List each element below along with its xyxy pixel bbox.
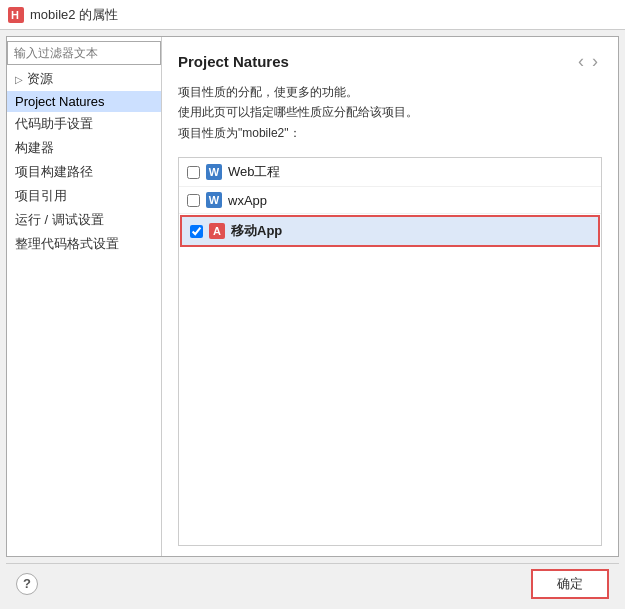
sidebar-tree: ▷ 资源 Project Natures 代码助手设置 构建器 项目构建路径 项… [7,67,161,556]
sidebar-item-project-ref[interactable]: 项目引用 [7,184,161,208]
nature-item-web[interactable]: W Web工程 [179,158,601,187]
title-bar: H mobile2 的属性 [0,0,625,30]
sidebar: ▷ 资源 Project Natures 代码助手设置 构建器 项目构建路径 项… [7,37,162,556]
nature-checkbox-wx[interactable] [187,194,200,207]
nature-icon-wx: W [206,192,222,208]
content-header: Project Natures ‹ › [178,51,602,72]
content-description: 项目性质的分配，使更多的功能。 使用此页可以指定哪些性质应分配给该项目。 项目性… [178,82,602,143]
nature-icon-mobile: A [209,223,225,239]
bottom-bar: ? 确定 [6,563,619,603]
help-button[interactable]: ? [16,573,38,595]
sidebar-item-code-assistant[interactable]: 代码助手设置 [7,112,161,136]
sidebar-item-build-path[interactable]: 项目构建路径 [7,160,161,184]
sidebar-item-run-debug[interactable]: 运行 / 调试设置 [7,208,161,232]
sidebar-item-code-format[interactable]: 整理代码格式设置 [7,232,161,256]
nature-label-mobile: 移动App [231,222,282,240]
sidebar-item-builder[interactable]: 构建器 [7,136,161,160]
filter-input[interactable] [7,41,161,65]
expand-arrow-icon: ▷ [15,74,23,85]
app-logo-icon: H [8,7,24,23]
natures-list: W Web工程 W wxApp A [178,157,602,546]
ok-button[interactable]: 确定 [531,569,609,599]
nature-item-mobile[interactable]: A 移动App [180,215,600,247]
window-title: mobile2 的属性 [30,6,118,24]
nature-item-wx[interactable]: W wxApp [179,187,601,214]
nature-label-wx: wxApp [228,193,267,208]
svg-text:H: H [11,9,19,21]
content-area: Project Natures ‹ › 项目性质的分配，使更多的功能。 使用此页… [162,37,618,556]
sidebar-item-project-natures[interactable]: Project Natures [7,91,161,112]
sidebar-item-resources[interactable]: ▷ 资源 [7,67,161,91]
main-container: ▷ 资源 Project Natures 代码助手设置 构建器 项目构建路径 项… [0,30,625,609]
nav-next-button[interactable]: › [588,51,602,72]
nature-checkbox-web[interactable] [187,166,200,179]
nature-checkbox-mobile[interactable] [190,225,203,238]
nature-label-web: Web工程 [228,163,281,181]
body-area: ▷ 资源 Project Natures 代码助手设置 构建器 项目构建路径 项… [6,36,619,557]
content-title: Project Natures [178,53,574,70]
nav-prev-button[interactable]: ‹ [574,51,588,72]
nature-icon-web: W [206,164,222,180]
